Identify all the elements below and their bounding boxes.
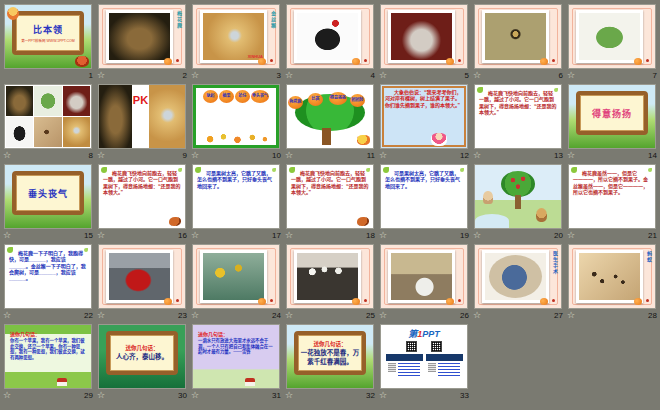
slide-cell[interactable]: 驮起 摘果 拾住 垂头丧气 ☆ 10 xyxy=(189,84,283,164)
slide-thumbnail[interactable]: XINHUA 金丝猴 xyxy=(193,5,279,68)
transition-star-icon[interactable]: ☆ xyxy=(191,71,199,80)
slide-cell[interactable]: 送你几句话： 一花独放不是春，万紫千红春满园。 ☆ 32 xyxy=(283,324,377,404)
transition-star-icon[interactable]: ☆ xyxy=(379,311,387,320)
slide-thumbnail[interactable]: 梅花鹿一下子明白了，我跑得快，可是______，我应该______。金丝猴一下子… xyxy=(5,245,91,308)
slide-cell[interactable]: ☆ 6 xyxy=(471,4,565,84)
slide-thumbnail[interactable] xyxy=(193,245,279,308)
transition-star-icon[interactable]: ☆ xyxy=(285,311,293,320)
slide-cell[interactable]: 医生手术 ☆ 27 xyxy=(471,244,565,324)
slide-cell[interactable]: ☆ 7 xyxy=(565,4,659,84)
slide-cell[interactable]: XINHUA 金丝猴 ☆ 3 xyxy=(189,4,283,84)
transition-star-icon[interactable]: ☆ xyxy=(191,391,199,400)
slide-thumbnail[interactable]: 大象伯伯说：“我来考考你们，河对岸有棵树，树上结满了果子。你们谁先摘到果子，谁的… xyxy=(381,85,467,148)
slide-cell[interactable]: ☆ 23 xyxy=(95,244,189,324)
slide-thumbnail[interactable]: 医生手术 xyxy=(475,245,561,308)
slide-thumbnail[interactable] xyxy=(381,5,467,68)
transition-star-icon[interactable]: ☆ xyxy=(285,71,293,80)
slide-thumbnail[interactable]: 比本领 第一PPT模板网 WWW.1PPT.COM xyxy=(5,5,91,68)
slide-cell[interactable]: 梅花鹿 比赛 得意扬扬 团团转 ☆ 11 xyxy=(283,84,377,164)
slide-cell[interactable]: 梅花鹿一下子明白了，我跑得快，可是______，我应该______。金丝猴一下子… xyxy=(1,244,95,324)
slide-cell[interactable]: 梅花鹿飞快地向前跑去，轻轻一跳，越过了小河。它一口气跑到果树下，得意扬扬地想：“… xyxy=(283,164,377,244)
transition-star-icon[interactable]: ☆ xyxy=(191,311,199,320)
slide-thumbnail[interactable]: 送你几句话： 一花独放不是春，万紫千红春满园。 xyxy=(287,325,373,388)
transition-star-icon[interactable]: ☆ xyxy=(285,151,293,160)
transition-star-icon[interactable]: ☆ xyxy=(567,151,575,160)
slide-thumbnail[interactable] xyxy=(381,245,467,308)
transition-star-icon[interactable]: ☆ xyxy=(97,231,105,240)
slide-thumbnail[interactable]: 梅花鹿飞快地向前跑去，轻轻一跳，越过了小河。它一口气跑到果树下，得意扬扬地想：“… xyxy=(287,165,373,228)
transition-star-icon[interactable]: ☆ xyxy=(97,151,105,160)
slide-thumbnail[interactable]: 蚂蚁 xyxy=(569,245,655,308)
slide-thumbnail[interactable]: 可是果树太高，它跳了又跳，怎么也摘不到果子，只好垂头丧气地回来了。 xyxy=(193,165,279,228)
transition-star-icon[interactable]: ☆ xyxy=(473,311,481,320)
slide-cell[interactable]: 送你几句话： 一滴水只有放进大海里才永远不会干涸，一个人只有把自己和集体融合在一… xyxy=(189,324,283,404)
slide-thumbnail[interactable] xyxy=(475,165,561,228)
transition-star-icon[interactable]: ☆ xyxy=(285,391,293,400)
slide-thumbnail[interactable]: 驮起 摘果 拾住 垂头丧气 xyxy=(193,85,279,148)
slide-cell[interactable]: ☆ 20 xyxy=(471,164,565,244)
slide-thumbnail[interactable]: 梅花鹿 xyxy=(99,5,185,68)
slide-cell[interactable]: 大象伯伯说：“我来考考你们，河对岸有棵树，树上结满了果子。你们谁先摘到果子，谁的… xyxy=(377,84,471,164)
slide-thumbnail[interactable]: PK xyxy=(99,85,185,148)
transition-star-icon[interactable]: ☆ xyxy=(567,71,575,80)
slide-thumbnail[interactable]: 梅花鹿飞快地向前跑去，轻轻一跳，越过了小河。它一口气跑到果树下，得意扬扬地想：“… xyxy=(99,165,185,228)
slide-cell[interactable]: ☆ 26 xyxy=(377,244,471,324)
slide-cell[interactable]: 第1PPT ☆ 33 xyxy=(377,324,471,404)
orange-icon xyxy=(164,58,172,65)
slide-cell[interactable]: ☆ 24 xyxy=(189,244,283,324)
slide-cell[interactable]: 梅花鹿虽然——，但是它————，所以它摘不到果子。金丝猴虽然——，但是它————… xyxy=(565,164,659,244)
transition-star-icon[interactable]: ☆ xyxy=(3,391,11,400)
slide-cell[interactable]: 梅花鹿飞快地向前跑去，轻轻一跳，越过了小河。它一口气跑到果树下，得意扬扬地想：“… xyxy=(471,84,565,164)
slide-thumbnail[interactable]: 送你几句话： 你有一个苹果，我有一个苹果，我们彼此交换，还是一个苹果。你有一种思… xyxy=(5,325,91,388)
transition-star-icon[interactable]: ☆ xyxy=(97,391,105,400)
slide-thumbnail[interactable]: 可是果树太高，它跳了又跳，怎么也摘不到果子，只好垂头丧气地回来了。 xyxy=(381,165,467,228)
transition-star-icon[interactable]: ☆ xyxy=(473,231,481,240)
orange-icon xyxy=(540,298,548,305)
transition-star-icon[interactable]: ☆ xyxy=(285,231,293,240)
slide-cell[interactable]: 梅花鹿飞快地向前跑去，轻轻一跳，越过了小河。它一口气跑到果树下，得意扬扬地想：“… xyxy=(95,164,189,244)
slide-cell[interactable]: 蚂蚁 ☆ 28 xyxy=(565,244,659,324)
slide-thumbnail[interactable] xyxy=(5,85,91,148)
slide-cell[interactable]: 可是果树太高，它跳了又跳，怎么也摘不到果子，只好垂头丧气地回来了。 ☆ 19 xyxy=(377,164,471,244)
slide-thumbnail[interactable]: 垂头丧气 xyxy=(5,165,91,228)
slide-thumbnail[interactable] xyxy=(287,5,373,68)
transition-star-icon[interactable]: ☆ xyxy=(473,71,481,80)
transition-star-icon[interactable]: ☆ xyxy=(3,231,11,240)
slide-thumbnail[interactable]: 梅花鹿 比赛 得意扬扬 团团转 xyxy=(287,85,373,148)
slide-thumbnail[interactable]: 梅花鹿虽然——，但是它————，所以它摘不到果子。金丝猴虽然——，但是它————… xyxy=(569,165,655,228)
slide-cell[interactable]: ☆ 25 xyxy=(283,244,377,324)
transition-star-icon[interactable]: ☆ xyxy=(3,311,11,320)
slide-thumbnail[interactable] xyxy=(569,5,655,68)
slide-thumbnail[interactable] xyxy=(287,245,373,308)
slide-cell[interactable]: PK ☆ 9 xyxy=(95,84,189,164)
transition-star-icon[interactable]: ☆ xyxy=(379,151,387,160)
transition-star-icon[interactable]: ☆ xyxy=(191,151,199,160)
transition-star-icon[interactable]: ☆ xyxy=(379,71,387,80)
transition-star-icon[interactable]: ☆ xyxy=(379,231,387,240)
slide-cell[interactable]: 送你几句话： 你有一个苹果，我有一个苹果，我们彼此交换，还是一个苹果。你有一种思… xyxy=(1,324,95,404)
slide-cell[interactable]: ☆ 4 xyxy=(283,4,377,84)
transition-star-icon[interactable]: ☆ xyxy=(473,151,481,160)
slide-cell[interactable]: ☆ 5 xyxy=(377,4,471,84)
transition-star-icon[interactable]: ☆ xyxy=(97,311,105,320)
slide-thumbnail[interactable] xyxy=(475,5,561,68)
slide-cell[interactable]: 得意扬扬 ☆ 14 xyxy=(565,84,659,164)
slide-cell[interactable]: ☆ 8 xyxy=(1,84,95,164)
transition-star-icon[interactable]: ☆ xyxy=(3,151,11,160)
transition-star-icon[interactable]: ☆ xyxy=(97,71,105,80)
transition-star-icon[interactable]: ☆ xyxy=(191,231,199,240)
transition-star-icon[interactable]: ☆ xyxy=(567,311,575,320)
slide-thumbnail[interactable]: 送你几句话： 一滴水只有放进大海里才永远不会干涸，一个人只有把自己和集体融合在一… xyxy=(193,325,279,388)
slide-thumbnail[interactable]: 送你几句话： 人心齐，泰山移。 xyxy=(99,325,185,388)
slide-cell[interactable]: 比本领 第一PPT模板网 WWW.1PPT.COM ☆ 1 xyxy=(1,4,95,84)
slide-cell[interactable]: 可是果树太高，它跳了又跳，怎么也摘不到果子，只好垂头丧气地回来了。 ☆ 17 xyxy=(189,164,283,244)
slide-thumbnail[interactable]: 得意扬扬 xyxy=(569,85,655,148)
slide-cell[interactable]: 送你几句话： 人心齐，泰山移。 ☆ 30 xyxy=(95,324,189,404)
slide-thumbnail[interactable] xyxy=(99,245,185,308)
transition-star-icon[interactable]: ☆ xyxy=(567,231,575,240)
slide-thumbnail[interactable]: 梅花鹿飞快地向前跑去，轻轻一跳，越过了小河。它一口气跑到果树下，得意扬扬地想：“… xyxy=(475,85,561,148)
slide-cell[interactable]: 梅花鹿 ☆ 2 xyxy=(95,4,189,84)
transition-star-icon[interactable]: ☆ xyxy=(379,391,387,400)
slide-cell[interactable]: 垂头丧气 ☆ 15 xyxy=(1,164,95,244)
slide-thumbnail[interactable]: 第1PPT xyxy=(381,325,467,388)
